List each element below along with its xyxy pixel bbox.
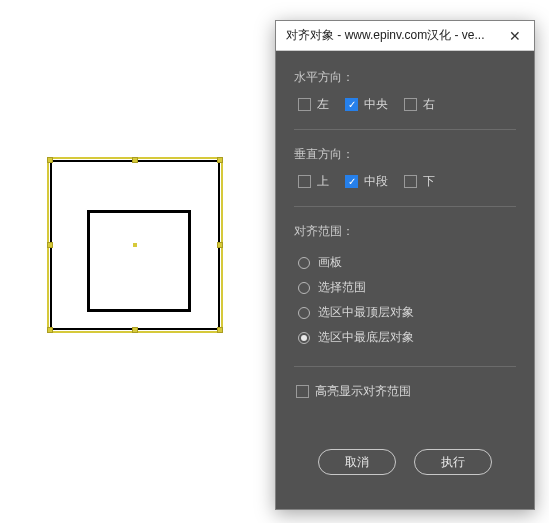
dialog-title: 对齐对象 - www.epinv.com汉化 - ve... — [286, 27, 500, 44]
close-icon[interactable]: ✕ — [500, 24, 530, 48]
radio-topmost[interactable]: 选区中最顶层对象 — [294, 300, 516, 325]
radio-artboard[interactable]: 画板 — [294, 250, 516, 275]
selection-center — [133, 243, 137, 247]
radio-label: 画板 — [318, 254, 342, 271]
radio-icon — [298, 332, 310, 344]
divider — [294, 366, 516, 367]
selection-handle[interactable] — [217, 242, 223, 248]
checkbox-icon — [296, 385, 309, 398]
radio-icon — [298, 282, 310, 294]
radio-icon — [298, 257, 310, 269]
vertical-label: 垂直方向： — [294, 146, 516, 163]
radio-bottommost[interactable]: 选区中最底层对象 — [294, 325, 516, 350]
checkbox-highlight[interactable]: 高亮显示对齐范围 — [294, 383, 516, 400]
selection-handle[interactable] — [132, 157, 138, 163]
divider — [294, 129, 516, 130]
selection-handle[interactable] — [132, 327, 138, 333]
cancel-button[interactable]: 取消 — [318, 449, 396, 475]
checkbox-label: 上 — [317, 173, 329, 190]
align-dialog: 对齐对象 - www.epinv.com汉化 - ve... ✕ 水平方向： 左… — [275, 20, 535, 510]
dialog-footer: 取消 执行 — [294, 439, 516, 495]
radio-label: 选择范围 — [318, 279, 366, 296]
divider — [294, 206, 516, 207]
radio-selection[interactable]: 选择范围 — [294, 275, 516, 300]
checkbox-icon — [404, 175, 417, 188]
selection-handle[interactable] — [217, 327, 223, 333]
execute-button[interactable]: 执行 — [414, 449, 492, 475]
checkbox-top[interactable]: 上 — [298, 173, 329, 190]
checkbox-bottom[interactable]: 下 — [404, 173, 435, 190]
selection-handle[interactable] — [47, 242, 53, 248]
horizontal-label: 水平方向： — [294, 69, 516, 86]
checkbox-label: 右 — [423, 96, 435, 113]
vertical-section: 垂直方向： 上 ✓ 中段 下 — [294, 146, 516, 190]
checkbox-middle[interactable]: ✓ 中段 — [345, 173, 388, 190]
checkbox-label: 左 — [317, 96, 329, 113]
titlebar[interactable]: 对齐对象 - www.epinv.com汉化 - ve... ✕ — [276, 21, 534, 51]
checkbox-left[interactable]: 左 — [298, 96, 329, 113]
inner-rectangle — [87, 210, 191, 312]
horizontal-section: 水平方向： 左 ✓ 中央 右 — [294, 69, 516, 113]
radio-label: 选区中最底层对象 — [318, 329, 414, 346]
checkbox-right[interactable]: 右 — [404, 96, 435, 113]
scope-label: 对齐范围： — [294, 223, 516, 240]
selection-handle[interactable] — [47, 157, 53, 163]
radio-label: 选区中最顶层对象 — [318, 304, 414, 321]
selection-handle[interactable] — [47, 327, 53, 333]
checkbox-center[interactable]: ✓ 中央 — [345, 96, 388, 113]
checkbox-icon — [298, 175, 311, 188]
checkbox-label: 中央 — [364, 96, 388, 113]
selection-handle[interactable] — [217, 157, 223, 163]
checkbox-icon — [298, 98, 311, 111]
radio-icon — [298, 307, 310, 319]
checkbox-label: 中段 — [364, 173, 388, 190]
checkbox-icon: ✓ — [345, 98, 358, 111]
checkbox-label: 下 — [423, 173, 435, 190]
checkbox-icon: ✓ — [345, 175, 358, 188]
scope-section: 对齐范围： 画板 选择范围 选区中最顶层对象 选区中最底层对象 — [294, 223, 516, 350]
canvas-preview — [20, 130, 250, 370]
checkbox-label: 高亮显示对齐范围 — [315, 383, 411, 400]
dialog-content: 水平方向： 左 ✓ 中央 右 垂直方向： — [276, 51, 534, 509]
checkbox-icon — [404, 98, 417, 111]
